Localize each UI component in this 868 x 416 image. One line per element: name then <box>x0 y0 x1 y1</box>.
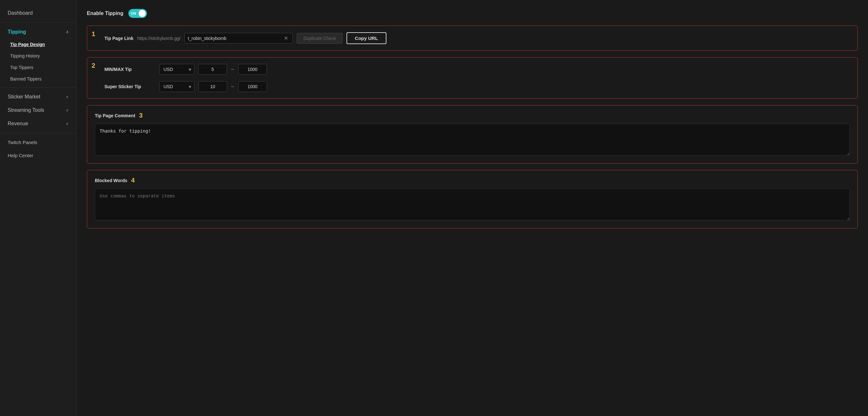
currency-select-wrapper-1: USD EUR GBP CAD <box>159 64 194 75</box>
blocked-header: Blocked Words 4 <box>95 177 850 184</box>
sidebar-item-top-tippers[interactable]: Top Tippers <box>0 62 76 73</box>
enable-tipping-label: Enable Tipping <box>87 10 123 16</box>
sidebar-divider-3 <box>0 133 76 133</box>
tip-link-input[interactable] <box>188 36 283 41</box>
enable-tipping-toggle[interactable]: ON <box>128 9 147 18</box>
sidebar-item-streaming-tools[interactable]: Streaming Tools ∨ <box>0 103 76 117</box>
tip-link-input-wrapper: ✕ <box>184 33 293 43</box>
chevron-down-icon-streaming: ∨ <box>66 108 69 113</box>
min-super-sticker-input[interactable] <box>198 81 227 92</box>
blocked-words-box: Blocked Words 4 <box>87 170 858 229</box>
minmax-label: MIN/MAX Tip <box>104 67 156 72</box>
sidebar-item-tipping[interactable]: Tipping ∧ <box>0 25 76 39</box>
sidebar-item-revenue[interactable]: Revenue ∨ <box>0 117 76 130</box>
currency-select-2[interactable]: USD EUR GBP CAD <box>159 81 194 92</box>
tip-link-label: Tip Page Link <box>104 36 133 41</box>
sidebar-item-banned-tippers[interactable]: Banned Tippers <box>0 73 76 85</box>
min-tip-input[interactable] <box>198 64 227 75</box>
sidebar-item-tip-page-design[interactable]: Tip Page Design <box>0 39 76 50</box>
sidebar-item-tipping-history[interactable]: Tipping History <box>0 50 76 62</box>
tip-page-link-box: 1 Tip Page Link https://stickybomb.gg/ ✕… <box>87 26 858 51</box>
max-tip-input[interactable] <box>238 64 267 75</box>
section-number-4: 4 <box>131 177 135 184</box>
sidebar-item-help-center[interactable]: Help Center <box>0 149 76 162</box>
copy-url-button[interactable]: Copy URL <box>346 32 386 44</box>
blocked-words-input[interactable] <box>95 188 850 220</box>
minmax-row-1: MIN/MAX Tip USD EUR GBP CAD ~ <box>104 64 850 75</box>
currency-select-wrapper-2: USD EUR GBP CAD <box>159 81 194 92</box>
sidebar-item-sticker-market[interactable]: Sticker Market ∨ <box>0 90 76 103</box>
tilde-separator-2: ~ <box>231 83 235 90</box>
chevron-up-icon: ∧ <box>66 30 69 34</box>
chevron-down-icon-revenue: ∨ <box>66 121 69 126</box>
chevron-down-icon-sticker: ∨ <box>66 95 69 99</box>
section-number-3: 3 <box>139 112 143 119</box>
duplicate-check-button[interactable]: Duplicate Check <box>297 33 343 44</box>
tilde-separator-1: ~ <box>231 66 235 73</box>
section-number-2: 2 <box>92 62 95 69</box>
enable-tipping-row: Enable Tipping ON <box>87 9 858 18</box>
toggle-on-label: ON <box>131 11 136 15</box>
blocked-words-label: Blocked Words <box>95 178 127 183</box>
currency-select-1[interactable]: USD EUR GBP CAD <box>159 64 194 75</box>
section-number-1: 1 <box>92 30 95 38</box>
comment-label: Tip Page Comment <box>95 113 135 118</box>
min-max-tip-box: 2 MIN/MAX Tip USD EUR GBP CAD ~ Super St… <box>87 57 858 99</box>
sidebar-divider <box>0 22 76 23</box>
max-super-sticker-input[interactable] <box>238 81 267 92</box>
tip-page-comment-box: Tip Page Comment 3 <box>87 105 858 164</box>
toggle-knob <box>138 10 146 17</box>
sidebar: Dashboard Tipping ∧ Tip Page Design Tipp… <box>0 0 76 416</box>
clear-input-button[interactable]: ✕ <box>283 35 289 41</box>
tip-base-url: https://stickybomb.gg/ <box>137 36 180 41</box>
super-sticker-row: Super Sticker Tip USD EUR GBP CAD ~ <box>104 81 850 92</box>
sidebar-divider-2 <box>0 87 76 88</box>
comment-header: Tip Page Comment 3 <box>95 112 850 119</box>
sidebar-item-twitch-panels[interactable]: Twitch Panels <box>0 136 76 149</box>
comment-textarea[interactable] <box>95 124 850 156</box>
main-content: Enable Tipping ON 1 Tip Page Link https:… <box>76 0 868 416</box>
super-sticker-label: Super Sticker Tip <box>104 84 156 89</box>
sidebar-item-dashboard[interactable]: Dashboard <box>0 6 76 20</box>
